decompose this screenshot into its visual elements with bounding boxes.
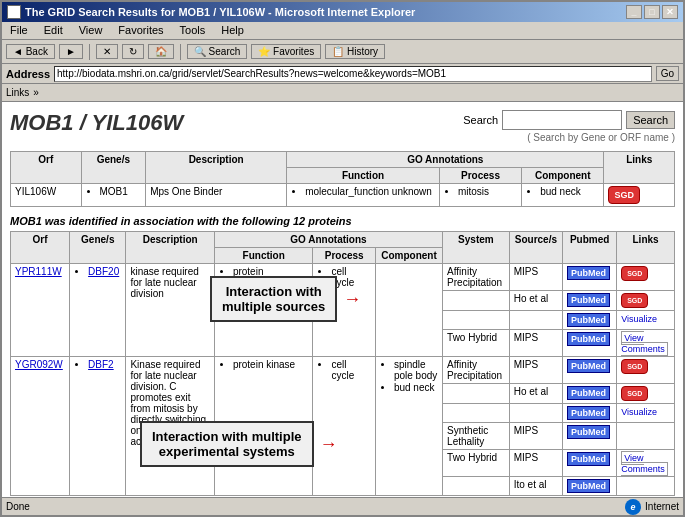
status-left: Done [6,501,30,512]
th-proc-bot: Process [313,248,375,264]
association-text: MOB1 was identified in association with … [10,215,675,227]
stop-button[interactable]: ✕ [96,44,118,59]
links-bar-label: Links [6,87,29,98]
pubmed-btn-1-3[interactable]: PubMed [567,332,610,346]
view-comments-1[interactable]: View Comments [621,331,668,356]
menu-view[interactable]: View [75,24,107,37]
back-button[interactable]: ◄ Back [6,44,55,59]
menu-favorites[interactable]: Favorites [114,24,167,37]
maximize-button[interactable]: □ [644,5,660,19]
bot-gene-2: DBF2 [70,357,126,496]
callout-box-sources: Interaction withmultiple sources [210,276,337,322]
pubmed-btn-1-0[interactable]: PubMed [567,266,610,280]
title-bar: e The GRID Search Results for MOB1 / YIL… [2,2,683,22]
minimize-button[interactable]: _ [626,5,642,19]
title-bar-buttons[interactable]: _ □ ✕ [626,5,678,19]
view-comments-2[interactable]: View Comments [621,451,668,476]
pubmed-btn-2-3[interactable]: PubMed [567,425,610,439]
bot-sys-1-2 [443,311,510,330]
status-right: e Internet [625,499,679,515]
top-desc: Mps One Binder [146,184,287,207]
proc-item-2: cell cycle [331,359,370,381]
callout-multiple-systems: Interaction with multipleexperimental sy… [140,421,338,467]
th-gene-top: Gene/s [81,152,146,184]
refresh-button[interactable]: ↻ [122,44,144,59]
callout-arrow-systems: → [320,434,338,455]
bot-links-1-3: View Comments [617,330,675,357]
bot-src-2-0: MIPS [509,357,562,384]
sgd-icon-2-0[interactable]: SGD [621,359,648,374]
title-bar-left: e The GRID Search Results for MOB1 / YIL… [7,5,415,19]
gene-link-1[interactable]: DBF20 [88,266,119,277]
menu-tools[interactable]: Tools [176,24,210,37]
pubmed-btn-2-1[interactable]: PubMed [567,386,610,400]
bot-pub-1-0: PubMed [563,264,617,291]
sgd-icon-1-0[interactable]: SGD [621,266,648,281]
address-bar: Address Go [2,64,683,84]
callout-arrow-sources: → [343,289,361,310]
menu-help[interactable]: Help [217,24,248,37]
address-input[interactable] [54,66,652,82]
page-title: MOB1 / YIL106W [10,110,183,136]
th-pub-bot: Pubmed [563,232,617,264]
bot-pub-2-3: PubMed [563,423,617,450]
page-header: MOB1 / YIL106W Search Search ( Search by… [10,110,675,143]
th-go-bot: GO Annotations [214,232,442,248]
bot-src-1-3: MIPS [509,330,562,357]
search-input[interactable] [502,110,622,130]
forward-button[interactable]: ► [59,44,83,59]
th-links-bot: Links [617,232,675,264]
top-orf: YIL106W [11,184,82,207]
pubmed-btn-2-5[interactable]: PubMed [567,479,610,493]
menu-file[interactable]: File [6,24,32,37]
th-comp-bot: Component [375,248,442,264]
visualize-link-2[interactable]: Visualize [621,407,657,417]
pubmed-btn-1-2[interactable]: PubMed [567,313,610,327]
search-button[interactable]: Search [626,111,675,129]
visualize-link-1[interactable]: Visualize [621,314,657,324]
go-button[interactable]: Go [656,66,679,81]
bot-links-2-1: SGD [617,384,675,404]
close-button[interactable]: ✕ [662,5,678,19]
bot-sys-1-0: Affinity Precipitation [443,264,510,291]
bot-src-1-1: Ho et al [509,291,562,311]
bottom-table-container: Orf Gene/s Description GO Annotations Sy… [10,231,675,496]
pubmed-btn-1-1[interactable]: PubMed [567,293,610,307]
status-text: Done [6,501,30,512]
pubmed-btn-2-2[interactable]: PubMed [567,406,610,420]
bot-links-1-0: SGD [617,264,675,291]
sgd-icon-2-1[interactable]: SGD [621,386,648,401]
pubmed-btn-2-4[interactable]: PubMed [567,452,610,466]
sgd-icon-1-1[interactable]: SGD [621,293,648,308]
top-func-item: molecular_function unknown [305,186,435,197]
sgd-icon-top[interactable]: SGD [608,186,640,204]
status-zone: Internet [645,501,679,512]
orf-link-1[interactable]: YPR111W [15,266,62,277]
th-gene-bot: Gene/s [70,232,126,264]
bot-links-2-3 [617,423,675,450]
th-func-top: Function [287,168,440,184]
toolbar-sep2 [180,44,181,60]
history-button[interactable]: 📋 History [325,44,385,59]
favorites-button[interactable]: ⭐ Favorites [251,44,321,59]
bot-pub-2-4: PubMed [563,450,617,477]
gene-link-2[interactable]: DBF2 [88,359,114,370]
bot-sys-2-1 [443,384,510,404]
bot-sys-2-5 [443,477,510,496]
search-toolbar-button[interactable]: 🔍 Search [187,44,247,59]
pubmed-btn-2-0[interactable]: PubMed [567,359,610,373]
orf-link-2[interactable]: YGR092W [15,359,63,370]
home-button[interactable]: 🏠 [148,44,174,59]
bot-pub-1-2: PubMed [563,311,617,330]
top-proc-item: mitosis [458,186,517,197]
th-links-top: Links [604,152,675,184]
th-orf-top: Orf [11,152,82,184]
bot-pub-1-3: PubMed [563,330,617,357]
top-comp-item: bud neck [540,186,599,197]
top-comp: bud neck [522,184,604,207]
address-label: Address [6,68,50,80]
bot-src-2-4: MIPS [509,450,562,477]
bot-links-2-0: SGD [617,357,675,384]
bot-orf-2: YGR092W [11,357,70,496]
menu-edit[interactable]: Edit [40,24,67,37]
